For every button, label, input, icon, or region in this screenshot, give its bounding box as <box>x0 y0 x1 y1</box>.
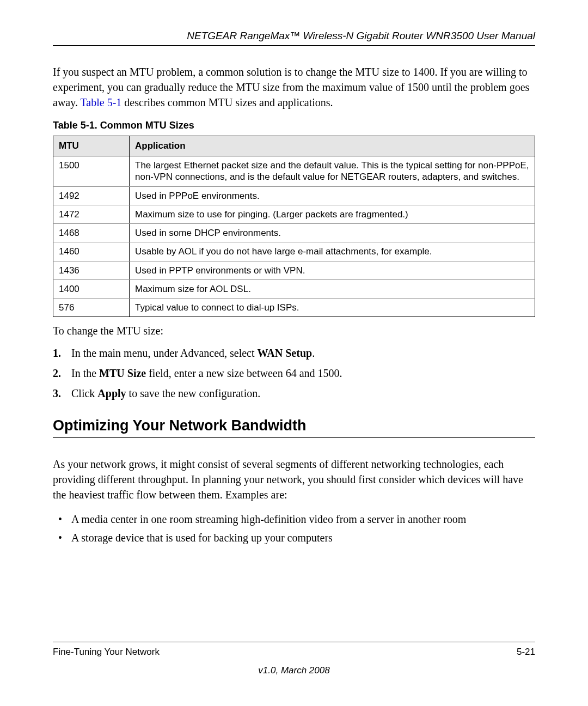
steps-list: In the main menu, under Advanced, select… <box>53 345 535 402</box>
mtu-cell: 1500 <box>53 156 130 187</box>
mtu-cell: 1472 <box>53 205 130 223</box>
bullet-item: A storage device that is used for backin… <box>53 530 535 546</box>
header-title: NETGEAR RangeMax™ Wireless-N Gigabit Rou… <box>187 30 535 41</box>
bullet-list: A media center in one room streaming hig… <box>53 511 535 546</box>
table-row: 1468Used in some DHCP environments. <box>53 224 535 242</box>
table-row: 1400Maximum size for AOL DSL. <box>53 279 535 298</box>
table-header-row: MTU Application <box>53 136 535 156</box>
app-cell: Usable by AOL if you do not have large e… <box>130 242 535 261</box>
table-header-mtu: MTU <box>53 136 130 156</box>
mtu-cell: 1492 <box>53 186 130 205</box>
app-cell: Used in PPPoE environments. <box>130 186 535 205</box>
app-cell: Maximum size to use for pinging. (Larger… <box>130 205 535 223</box>
steps-intro: To change the MTU size: <box>53 325 535 337</box>
step-item: In the MTU Size field, enter a new size … <box>53 365 535 382</box>
step-item: In the main menu, under Advanced, select… <box>53 345 535 362</box>
app-cell: The largest Ethernet packet size and the… <box>130 156 535 187</box>
table-row: 1500The largest Ethernet packet size and… <box>53 156 535 187</box>
section-heading: Optimizing Your Network Bandwidth <box>53 417 535 438</box>
table-header-application: Application <box>130 136 535 156</box>
page-header: NETGEAR RangeMax™ Wireless-N Gigabit Rou… <box>53 30 535 46</box>
footer-version: v1.0, March 2008 <box>53 665 535 676</box>
table-caption: Table 5-1. Common MTU Sizes <box>53 120 535 131</box>
footer-page-number: 5-21 <box>517 647 535 658</box>
intro-paragraph: If you suspect an MTU problem, a common … <box>53 64 535 110</box>
bullet-item: A media center in one room streaming hig… <box>53 511 535 527</box>
mtu-cell: 1468 <box>53 224 130 242</box>
mtu-cell: 1400 <box>53 279 130 298</box>
intro-text-2: describes common MTU sizes and applicati… <box>121 96 333 108</box>
table-row: 1492Used in PPPoE environments. <box>53 186 535 205</box>
table-row: 1472Maximum size to use for pinging. (La… <box>53 205 535 223</box>
footer-section-name: Fine-Tuning Your Network <box>53 647 160 658</box>
mtu-cell: 576 <box>53 299 130 317</box>
table-reference-link[interactable]: Table 5-1 <box>81 96 122 108</box>
footer-row: Fine-Tuning Your Network 5-21 <box>53 642 535 658</box>
app-cell: Used in some DHCP environments. <box>130 224 535 242</box>
app-cell: Typical value to connect to dial-up ISPs… <box>130 299 535 317</box>
page-footer: Fine-Tuning Your Network 5-21 v1.0, Marc… <box>53 642 535 676</box>
table-row: 1460Usable by AOL if you do not have lar… <box>53 242 535 261</box>
mtu-table: MTU Application 1500The largest Ethernet… <box>53 136 535 317</box>
section-paragraph: As your network grows, it might consist … <box>53 457 535 502</box>
app-cell: Used in PPTP environments or with VPN. <box>130 261 535 279</box>
mtu-cell: 1460 <box>53 242 130 261</box>
mtu-cell: 1436 <box>53 261 130 279</box>
step-item: Click Apply to save the new configuratio… <box>53 385 535 402</box>
table-row: 1436Used in PPTP environments or with VP… <box>53 261 535 279</box>
app-cell: Maximum size for AOL DSL. <box>130 279 535 298</box>
table-row: 576Typical value to connect to dial-up I… <box>53 299 535 317</box>
